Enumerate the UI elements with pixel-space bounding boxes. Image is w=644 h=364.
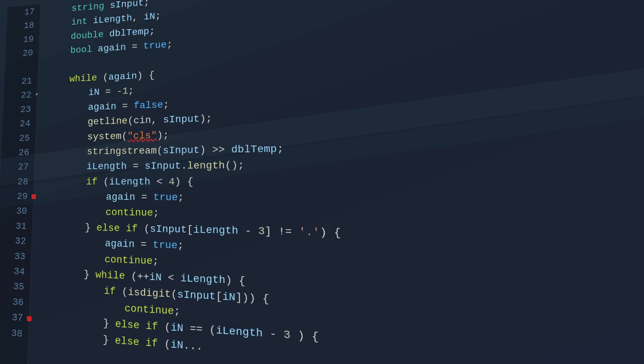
token: = (116, 101, 134, 112)
token: [ (187, 224, 193, 236)
token: stringstream (87, 145, 157, 157)
token: false (133, 99, 163, 111)
token: ])) (235, 292, 256, 305)
token: { (256, 293, 269, 306)
token (92, 44, 98, 54)
token: iN (171, 339, 183, 352)
token: '.' (299, 226, 320, 239)
line-number: 26 (18, 145, 30, 160)
token: -1 (117, 86, 128, 97)
token: while (95, 269, 125, 282)
token: again (108, 71, 137, 82)
line-number: 36 (12, 294, 24, 310)
token: sInput (163, 113, 200, 125)
token: iLength (193, 224, 238, 237)
line-number: 27 (18, 160, 29, 175)
line-number: 25 (19, 131, 30, 145)
token (87, 16, 93, 26)
code-area[interactable]: string sInput;int iLength, iN;double dbl… (27, 0, 644, 364)
token: ( (97, 72, 108, 83)
token: 3 (283, 328, 290, 342)
token: iLength (216, 324, 263, 340)
line-number: 19 (23, 32, 34, 47)
line-number: 28 (17, 174, 29, 189)
token: ) { (290, 329, 319, 344)
token: else if (115, 318, 158, 333)
token: ; (178, 192, 184, 203)
token: = (135, 192, 153, 203)
token: ; (163, 99, 169, 110)
token: iLength (87, 161, 127, 172)
line-number (27, 60, 33, 74)
token: again (106, 191, 135, 203)
token: sInput (145, 161, 181, 172)
token: length (187, 160, 225, 172)
token: (cin, (127, 115, 163, 126)
token: iLength (109, 176, 151, 187)
line-number: 35 (13, 279, 24, 295)
token: "cls" (127, 130, 157, 141)
token: again (88, 101, 116, 112)
token: (); (225, 160, 245, 172)
token: again (98, 42, 126, 54)
token: ( (158, 321, 171, 333)
token: ; (144, 0, 150, 8)
token: < (150, 176, 169, 187)
token: = (126, 41, 143, 52)
token: ; (128, 85, 134, 96)
token: (++ (125, 270, 150, 283)
token: true (153, 239, 177, 251)
token: == ( (183, 322, 216, 337)
token: true (143, 40, 167, 52)
token: ( (138, 223, 150, 235)
token: int (71, 16, 88, 27)
token: ; (277, 143, 284, 155)
token: ( (121, 131, 127, 142)
token: bool (70, 44, 92, 56)
line-number: 29 (16, 189, 28, 204)
editor-inner: 17181920 2122232425262728293031323334353… (0, 0, 644, 364)
token: ); (200, 113, 212, 124)
token: system (87, 131, 122, 142)
token: iN (222, 291, 236, 304)
token: - (238, 225, 258, 237)
token: sInput (163, 144, 200, 156)
line-number: 33 (14, 249, 26, 264)
token: ; (149, 26, 155, 37)
token: continue (105, 254, 153, 267)
token: ; (167, 39, 173, 50)
token (104, 29, 109, 40)
token: < (162, 272, 180, 284)
token: = (100, 86, 117, 97)
token: else if (96, 222, 138, 234)
token: } (103, 334, 115, 346)
line-number: 20 (22, 46, 34, 60)
token: ; (177, 240, 184, 252)
token: ) >> (200, 144, 231, 156)
token: continue (105, 207, 153, 219)
token: iLength (93, 13, 132, 26)
token: ) { (225, 274, 245, 287)
token: ) { (175, 176, 194, 187)
token: - (263, 327, 283, 341)
token: string (71, 1, 104, 14)
token: dblTemp (109, 26, 150, 39)
token: [ (216, 291, 222, 303)
token: ; (153, 255, 159, 267)
token: ) { (137, 70, 155, 81)
token: } (85, 222, 97, 233)
token: sInput (150, 223, 187, 235)
token: } (103, 317, 115, 330)
token: 3 (258, 225, 265, 237)
token: ( (171, 289, 177, 301)
token: . (181, 160, 187, 172)
token: = (135, 239, 153, 251)
token: ( (157, 145, 163, 156)
line-number: 31 (15, 219, 27, 234)
token (104, 0, 110, 11)
token: dblTemp (231, 143, 277, 155)
token: ( (116, 286, 128, 298)
token: sInput (110, 0, 144, 11)
token: isdigit (128, 287, 171, 300)
line-number: 22 (21, 88, 32, 103)
